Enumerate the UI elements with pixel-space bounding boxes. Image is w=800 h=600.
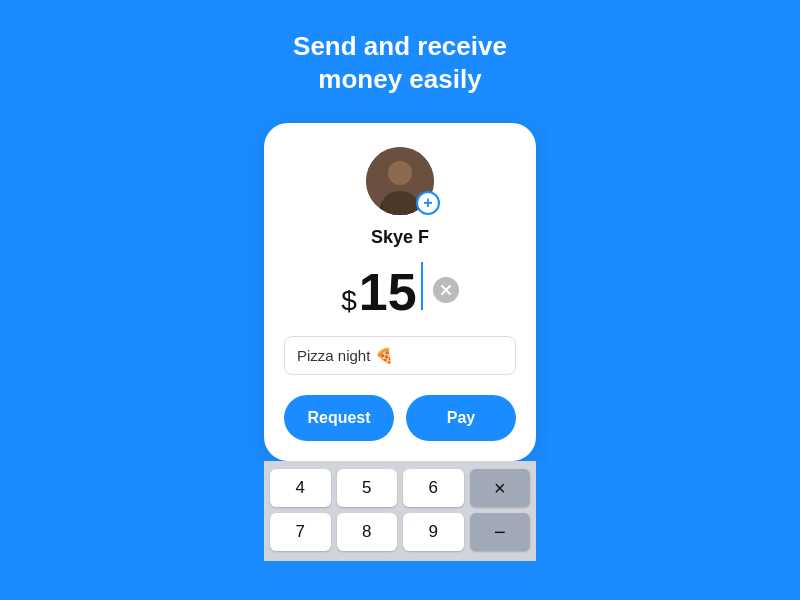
keyboard-area: 4 5 6 × 7 8 9 − xyxy=(264,461,536,561)
dollar-sign: $ xyxy=(341,285,357,317)
add-recipient-button[interactable]: + xyxy=(416,191,440,215)
pay-button[interactable]: Pay xyxy=(406,395,516,441)
x-icon xyxy=(440,284,452,296)
amount-value: 15 xyxy=(359,266,417,318)
text-cursor xyxy=(421,262,423,310)
payment-card: + Skye F $ 15 Request Pay xyxy=(264,123,536,461)
key-minus[interactable]: − xyxy=(470,513,531,551)
key-5[interactable]: 5 xyxy=(337,469,398,507)
key-6[interactable]: 6 xyxy=(403,469,464,507)
key-9[interactable]: 9 xyxy=(403,513,464,551)
key-multiply[interactable]: × xyxy=(470,469,531,507)
avatar-area: + xyxy=(366,147,434,215)
background-left xyxy=(0,0,250,600)
key-8[interactable]: 8 xyxy=(337,513,398,551)
clear-amount-button[interactable] xyxy=(433,277,459,303)
key-7[interactable]: 7 xyxy=(270,513,331,551)
svg-point-1 xyxy=(388,161,412,185)
note-input[interactable] xyxy=(284,336,516,375)
phone-container: Send and receivemoney easily + Skye F $ … xyxy=(250,0,550,600)
background-right xyxy=(550,0,800,600)
user-name: Skye F xyxy=(371,227,429,248)
action-buttons: Request Pay xyxy=(284,395,516,461)
header-title: Send and receivemoney easily xyxy=(273,30,527,95)
amount-display: $ 15 xyxy=(341,262,422,318)
keyboard-row-2: 7 8 9 − xyxy=(270,513,530,551)
keyboard-row-1: 4 5 6 × xyxy=(270,469,530,507)
amount-row: $ 15 xyxy=(341,262,458,318)
key-4[interactable]: 4 xyxy=(270,469,331,507)
request-button[interactable]: Request xyxy=(284,395,394,441)
